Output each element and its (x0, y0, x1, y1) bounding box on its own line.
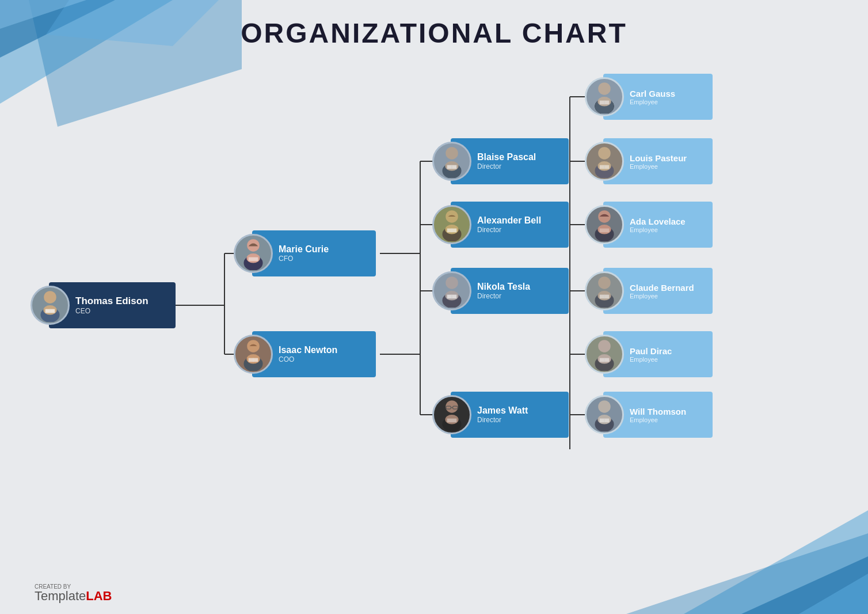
director4-avatar (437, 398, 466, 431)
emp5-name: Paul Dirac (630, 346, 672, 356)
emp6-role: Employee (630, 416, 686, 423)
director4-role: Director (477, 416, 528, 424)
emp5-role: Employee (630, 356, 672, 363)
emp6-avatar (590, 398, 619, 431)
svg-point-69 (598, 82, 611, 95)
emp3-name: Ada Lovelace (630, 217, 686, 226)
svg-point-94 (598, 400, 611, 413)
director3-name: Nikola Tesla (477, 282, 530, 292)
svg-marker-6 (626, 533, 868, 614)
director4-name: James Watt (477, 405, 528, 416)
emp2-node: Louis Pasteur Employee (603, 138, 713, 184)
svg-marker-5 (684, 510, 868, 614)
svg-marker-7 (741, 556, 868, 614)
director3-node: Nikola Tesla Director (451, 268, 569, 314)
emp4-role: Employee (630, 293, 694, 300)
director4-node: James Watt Director (451, 392, 569, 438)
director2-role: Director (477, 226, 541, 234)
svg-point-80 (598, 210, 611, 223)
svg-point-62 (446, 400, 458, 413)
svg-point-47 (446, 147, 458, 160)
svg-point-89 (598, 340, 611, 353)
emp1-node: Carl Gauss Employee (603, 74, 713, 120)
cfo-name: Marie Curie (279, 244, 329, 255)
emp6-node: Will Thomson Employee (603, 392, 713, 438)
cfo-node: Marie Curie CFO (252, 230, 376, 276)
svg-marker-0 (0, 0, 173, 104)
director1-node: Blaise Pascal Director (451, 138, 569, 184)
footer-brand2: LAB (86, 589, 112, 603)
cfo-role: CFO (279, 255, 329, 263)
coo-name: Isaac Newton (279, 345, 337, 355)
emp1-name: Carl Gauss (630, 89, 675, 98)
director2-avatar (437, 208, 466, 241)
ceo-role: CEO (75, 307, 149, 315)
emp3-role: Employee (630, 226, 686, 233)
ceo-node: Thomas Edison CEO (49, 282, 176, 328)
emp3-avatar (590, 208, 619, 241)
emp4-name: Claude Bernard (630, 283, 694, 293)
director2-name: Alexander Bell (477, 215, 541, 226)
bg-decoration-bottom-right (626, 499, 868, 614)
emp4-avatar (590, 274, 619, 308)
cfo-avatar (239, 237, 268, 270)
page-title: ORGANIZATIONAL CHART (0, 17, 868, 49)
footer-brand1: Template (35, 589, 86, 603)
coo-avatar (239, 338, 268, 371)
emp6-name: Will Thomson (630, 407, 686, 416)
emp5-node: Paul Dirac Employee (603, 331, 713, 377)
svg-rect-41 (249, 257, 258, 261)
emp1-role: Employee (630, 98, 675, 105)
emp1-avatar (590, 80, 619, 113)
svg-rect-65 (447, 419, 457, 423)
emp2-role: Employee (630, 163, 687, 170)
director1-avatar (437, 145, 466, 178)
svg-point-33 (44, 291, 56, 304)
emp2-avatar (590, 145, 619, 178)
svg-point-42 (247, 340, 260, 353)
svg-marker-8 (799, 574, 868, 614)
director2-node: Alexander Bell Director (451, 202, 569, 248)
director3-role: Director (477, 292, 530, 300)
director1-role: Director (477, 162, 536, 170)
coo-node: Isaac Newton COO (252, 331, 376, 377)
emp2-name: Louis Pasteur (630, 153, 687, 163)
coo-role: COO (279, 355, 337, 363)
director1-name: Blaise Pascal (477, 152, 536, 162)
director3-avatar (437, 274, 466, 308)
ceo-avatar (36, 289, 64, 322)
ceo-name: Thomas Edison (75, 295, 149, 307)
svg-point-52 (446, 210, 458, 223)
emp3-node: Ada Lovelace Employee (603, 202, 713, 248)
svg-point-57 (446, 276, 458, 289)
svg-rect-83 (600, 229, 610, 233)
emp4-node: Claude Bernard Employee (603, 268, 713, 314)
svg-point-84 (598, 276, 611, 289)
svg-point-75 (598, 147, 611, 160)
emp5-avatar (590, 338, 619, 371)
footer: CREATED BY TemplateLAB (35, 584, 112, 602)
